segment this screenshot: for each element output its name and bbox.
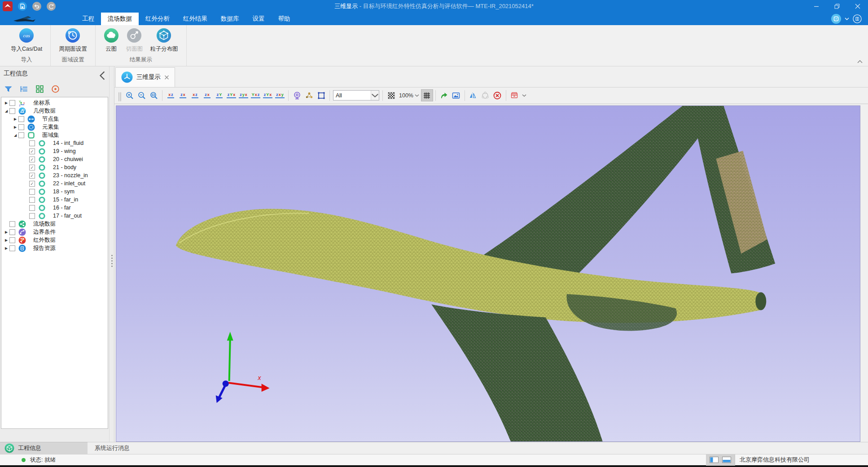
toolbar-drag-handle[interactable]	[118, 91, 122, 100]
box-select-button[interactable]	[315, 89, 327, 101]
tree-checkbox[interactable]	[18, 132, 24, 138]
particle-trace-button[interactable]	[303, 89, 315, 101]
tree-checkbox[interactable]	[29, 148, 35, 154]
layout-left-panel-button[interactable]	[710, 457, 719, 463]
tree-item-surf-17[interactable]: 17 - far_out	[1, 212, 108, 220]
tree-expander-icon[interactable]: ◢	[12, 133, 18, 137]
view-back-button[interactable]: xz	[165, 89, 177, 101]
tree-item-boundary[interactable]: ▶边界条件	[1, 228, 108, 236]
perspective-button[interactable]	[291, 89, 303, 101]
archive-button[interactable]	[509, 89, 521, 101]
project-info-bottom-tab[interactable]: 工程信息	[0, 442, 88, 454]
ribbon-collapse-button[interactable]	[857, 60, 863, 63]
tree-item-report-res[interactable]: ▶报告资源	[1, 244, 108, 252]
panel-splitter[interactable]	[109, 66, 114, 442]
view-right-button[interactable]: zx	[201, 89, 213, 101]
zoom-in-button[interactable]	[123, 89, 136, 101]
tree-checkbox[interactable]	[29, 173, 35, 179]
tab-close-icon[interactable]	[164, 75, 169, 80]
tree-checkbox[interactable]	[29, 181, 35, 187]
tree-item-surf-15[interactable]: 15 - far_in	[1, 196, 108, 204]
display-mode-button[interactable]	[831, 14, 841, 24]
viewport-3d[interactable]: x	[116, 105, 860, 442]
circle-nodes-button[interactable]	[479, 89, 491, 101]
chevron-down-icon[interactable]	[845, 17, 849, 20]
tree-checkbox[interactable]	[9, 245, 15, 251]
tree-item-geometry-data[interactable]: ◢几何数据	[1, 107, 108, 115]
close-button[interactable]	[847, 0, 868, 13]
menu-item-7[interactable]: 帮助	[272, 13, 297, 25]
view-bottom-button[interactable]: zYx	[225, 89, 237, 101]
display-filter-combo[interactable]: All	[333, 90, 379, 100]
tree-checkbox[interactable]	[9, 100, 15, 106]
menu-item-2[interactable]: 流场数据	[101, 13, 139, 25]
tree-expander-icon[interactable]: ▶	[12, 117, 18, 121]
tree-item-surf-23[interactable]: 23 - nozzle_in	[1, 171, 108, 179]
tree-item-face-set[interactable]: ◢面域集	[1, 131, 108, 139]
tree-checkbox[interactable]	[9, 108, 15, 114]
minimize-button[interactable]	[806, 0, 827, 13]
tree-item-infrared-data[interactable]: ▶红外数据	[1, 236, 108, 244]
tree-checkbox[interactable]	[29, 140, 35, 146]
tree-expander-icon[interactable]: ▶	[3, 238, 9, 242]
tree-checkbox[interactable]	[29, 213, 35, 219]
filter-button[interactable]	[4, 84, 13, 94]
view-iso-3-button[interactable]: zYx	[262, 89, 274, 101]
grid-view-button[interactable]	[35, 84, 44, 94]
ribbon-button-切面图[interactable]: 切面图	[123, 28, 146, 53]
menu-item-3[interactable]: 红外分析	[139, 13, 176, 25]
tree-checkbox[interactable]	[29, 197, 35, 203]
tree-item-surf-20[interactable]: 20 - chuiwei	[1, 155, 108, 163]
tree-expander-icon[interactable]: ▶	[3, 246, 9, 250]
tree-item-surf-19[interactable]: 19 - wing	[1, 147, 108, 155]
clear-view-button[interactable]	[491, 89, 504, 101]
zoom-out-button[interactable]	[136, 89, 148, 101]
tree-expander-icon[interactable]: ◢	[3, 109, 9, 113]
tree-item-surf-14[interactable]: 14 - int_fluid	[1, 139, 108, 147]
tree-item-surf-21[interactable]: 21 - body	[1, 163, 108, 171]
zoom-window-button[interactable]	[148, 89, 160, 101]
undo-button[interactable]	[32, 2, 41, 11]
view-left-button[interactable]: xz	[189, 89, 201, 101]
view-top-button[interactable]: zY	[213, 89, 225, 101]
snapshot-button[interactable]	[450, 89, 462, 101]
tree-checkbox[interactable]	[9, 221, 15, 227]
tree-item-surf-16[interactable]: 16 - far	[1, 204, 108, 212]
menu-item-1[interactable]: 工程	[75, 13, 101, 25]
menu-item-5[interactable]: 数据库	[214, 13, 246, 25]
restore-button[interactable]	[827, 0, 847, 13]
tree-checkbox[interactable]	[18, 116, 24, 122]
export-button[interactable]	[438, 89, 450, 101]
redo-button[interactable]	[47, 2, 56, 11]
help-book-button[interactable]	[853, 14, 862, 23]
layout-bottom-panel-button[interactable]	[722, 457, 731, 463]
tree-checkbox[interactable]	[29, 205, 35, 211]
tree-expander-icon[interactable]: ▶	[3, 101, 9, 105]
transparency-button[interactable]	[385, 89, 397, 101]
tree-item-node-set[interactable]: ▶节点集	[1, 115, 108, 123]
tree-checkbox[interactable]	[29, 189, 35, 195]
tree-checkbox[interactable]	[29, 165, 35, 170]
menu-item-4[interactable]: 红外结果	[176, 13, 214, 25]
panel-collapse-button[interactable]	[99, 71, 105, 77]
tree-checkbox[interactable]	[9, 229, 15, 235]
locate-button[interactable]	[51, 84, 60, 94]
tree-item-element-set[interactable]: ▶元素集	[1, 123, 108, 131]
view-iso-2-button[interactable]: Yxz	[250, 89, 262, 101]
view-front-button[interactable]: zx	[177, 89, 189, 101]
tree-expander-icon[interactable]: ▶	[3, 230, 9, 234]
mirror-button[interactable]	[467, 89, 479, 101]
tree-item-surf-18[interactable]: 18 - sym	[1, 188, 108, 196]
tree-checkbox[interactable]	[18, 124, 24, 130]
tree-item-surf-22[interactable]: 22 - inlet_out	[1, 179, 108, 188]
tree-expander-icon[interactable]: ▶	[12, 125, 18, 129]
menu-item-6[interactable]: 设置	[246, 13, 272, 25]
combo-dropdown-icon[interactable]	[371, 91, 379, 100]
tree-checkbox[interactable]	[9, 237, 15, 243]
view-iso-1-button[interactable]: zyx	[237, 89, 250, 101]
tree-checkbox[interactable]	[29, 157, 35, 162]
list-view-button[interactable]	[19, 84, 29, 94]
archive-dropdown-button[interactable]	[521, 89, 528, 101]
save-button[interactable]	[18, 2, 27, 11]
grid-toggle-button[interactable]	[421, 89, 433, 101]
